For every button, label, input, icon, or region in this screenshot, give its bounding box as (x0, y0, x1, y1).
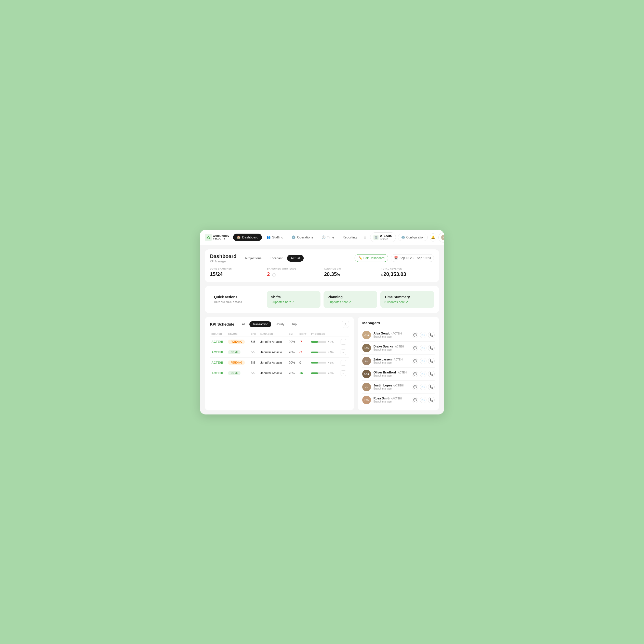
progress-pct: 45% (328, 340, 333, 343)
manager-badge: · ACTEHI (391, 397, 402, 400)
manager-name: Jennifer Astacio (259, 337, 287, 347)
quick-actions-row: Quick actions Here are quick actions Shi… (205, 286, 439, 313)
chat-button[interactable]: 💬 (412, 332, 418, 338)
kpi-tab-all[interactable]: All (239, 321, 248, 327)
gm-value: 20% (287, 368, 298, 378)
kpi-tab-hourly[interactable]: Hourly (272, 321, 287, 327)
planning-card[interactable]: Planning 3 updates here ↗ (324, 291, 377, 308)
tab-actual[interactable]: Actual (287, 255, 303, 262)
dash-subtitle: KPI Manager (210, 260, 236, 263)
metric-total-revenue: Total Revenue $20,353.03 (381, 266, 434, 278)
manager-name: Alva Gerald · ACTEHI (373, 332, 409, 335)
user-button[interactable]: OB Oliver Bradford (438, 232, 444, 243)
quick-actions-title: Quick actions (214, 295, 260, 299)
edit-dashboard-button[interactable]: ✏️ Edit Dashboard (355, 254, 388, 262)
cph-value: 5.5 (249, 368, 259, 378)
date-range-text: Sep 13 23 – Sep 19 23 (399, 256, 431, 260)
col-manager: Manager (259, 331, 287, 337)
manager-actions: 💬 ✉️ 📞 (412, 332, 435, 338)
chat-button[interactable]: 💬 (412, 397, 418, 403)
date-range-picker[interactable]: 📅 Sep 13 23 – Sep 19 23 (391, 254, 434, 262)
manager-info: Zaire Larsen · ACTEHI Branch manager (373, 358, 409, 364)
bell-icon: 🔔 (431, 235, 435, 239)
manager-name: Zaire Larsen · ACTEHI (373, 358, 409, 361)
grid-icon[interactable]: ⠿ (362, 234, 368, 241)
nav-dashboard[interactable]: 🏠 Dashboard (233, 234, 262, 241)
kpi-tab-trip[interactable]: Trip (288, 321, 300, 327)
email-button[interactable]: ✉️ (420, 397, 426, 403)
status-badge: PENDING (228, 340, 245, 344)
chat-button[interactable]: 💬 (412, 371, 418, 377)
table-row: ACTEHI DONE 5.5 Jennifer Astacio 20% -7 … (210, 347, 349, 357)
dash-actions: ✏️ Edit Dashboard 📅 Sep 13 23 – Sep 19 2… (355, 254, 434, 262)
nav-reporting[interactable]: Reporting (339, 234, 360, 241)
phone-button[interactable]: 📞 (428, 345, 435, 351)
branch-name: ATLABG (380, 234, 393, 238)
kpi-tab-transaction[interactable]: Transaction (249, 321, 271, 327)
row-arrow-button[interactable]: → (341, 339, 346, 345)
email-button[interactable]: ✉️ (420, 358, 426, 364)
manager-actions: 💬 ✉️ 📞 (412, 384, 435, 390)
nav-operations[interactable]: ⚙️ Operations (288, 234, 317, 241)
manager-role: Branch manager (373, 400, 409, 403)
manager-name: Justin Lopez · ACTEHI (373, 384, 409, 387)
time-summary-card[interactable]: Time Summary 3 updates here ↗ (380, 291, 434, 308)
managers-list: AG Alva Gerald · ACTEHI Branch manager 💬… (362, 329, 435, 406)
shifts-card[interactable]: Shifts 3 updates here ↗ (267, 291, 320, 308)
kpi-tabs: All Transaction Hourly Trip (239, 321, 340, 327)
metric-revenue-number: 20,353.03 (383, 271, 406, 277)
phone-button[interactable]: 📞 (428, 371, 435, 377)
time-summary-title: Time Summary (384, 295, 430, 299)
managers-title: Managers (362, 321, 435, 325)
chat-button[interactable]: 💬 (412, 358, 418, 364)
tab-forecast[interactable]: Forecast (266, 255, 286, 262)
config-button[interactable]: ⚙️ Configuration (398, 234, 428, 241)
row-arrow-button[interactable]: → (341, 370, 346, 376)
metric-avg-gm: Average GM 20.35% (324, 266, 377, 278)
svg-rect-0 (205, 234, 212, 241)
metric-branches-issue: Branches With Issue 2 ℹ (267, 266, 320, 278)
dash-top-row: Dashboard KPI Manager Projections Foreca… (210, 253, 434, 263)
row-arrow-button[interactable]: → (341, 360, 346, 366)
home-icon: 🏠 (237, 235, 241, 239)
notification-button[interactable]: 🔔 (430, 233, 436, 241)
tab-projections[interactable]: Projections (241, 255, 265, 262)
chat-button[interactable]: 💬 (412, 384, 418, 390)
kpi-collapse-button[interactable]: ∧ (342, 321, 349, 328)
manager-name: Jennifer Astacio (259, 357, 287, 368)
manager-actions: 💬 ✉️ 📞 (412, 345, 435, 351)
email-button[interactable]: ✉️ (420, 332, 426, 338)
col-cph: CPH (249, 331, 259, 337)
email-button[interactable]: ✉️ (420, 384, 426, 390)
branch-icon: 🏢 (373, 235, 379, 240)
phone-button[interactable]: 📞 (428, 384, 435, 390)
phone-button[interactable]: 📞 (428, 358, 435, 364)
manager-info: Justin Lopez · ACTEHI Branch manager (373, 384, 409, 390)
list-item: RS Rosa Smith · ACTEHI Branch manager 💬 … (362, 393, 435, 406)
email-button[interactable]: ✉️ (420, 371, 426, 377)
logo-icon (205, 234, 212, 241)
nav-time[interactable]: 🕐 Time (318, 234, 338, 241)
manager-info: Oliver Bradford · ACTEHI Branch manager (373, 371, 409, 377)
phone-button[interactable]: 📞 (428, 332, 435, 338)
row-arrow-button[interactable]: → (341, 350, 346, 355)
nav-right: ⠿ 🏢 ATLABG Branch ⚙️ Configuration 🔔 OB … (362, 232, 444, 243)
branch-sub: Branch (380, 238, 393, 240)
nav-staffing[interactable]: 👥 Staffing (263, 234, 287, 241)
chat-button[interactable]: 💬 (412, 345, 418, 351)
info-icon[interactable]: ℹ (272, 273, 276, 277)
email-button[interactable]: ✉️ (420, 345, 426, 351)
list-item: OB Oliver Bradford · ACTEHI Branch manag… (362, 367, 435, 380)
metric-total-revenue-value: $20,353.03 (381, 271, 434, 277)
metric-branches-issue-label: Branches With Issue (267, 267, 320, 270)
logo-text: WORKFORCEVELOCITY (213, 235, 230, 240)
avatar: RS (362, 396, 371, 404)
avatar: OB (362, 370, 371, 378)
bottom-row: KPI Schedule All Transaction Hourly Trip… (205, 317, 439, 410)
branch-button[interactable]: 🏢 ATLABG Branch (370, 232, 396, 242)
edit-icon: ✏️ (358, 256, 362, 260)
phone-button[interactable]: 📞 (428, 397, 435, 403)
table-row: ACTEHI PENDING 5.5 Jennifer Astacio 20% … (210, 337, 349, 347)
external-link-icon: ↗ (349, 300, 351, 304)
table-row: ACTEHI PENDING 5.5 Jennifer Astacio 20% … (210, 357, 349, 368)
